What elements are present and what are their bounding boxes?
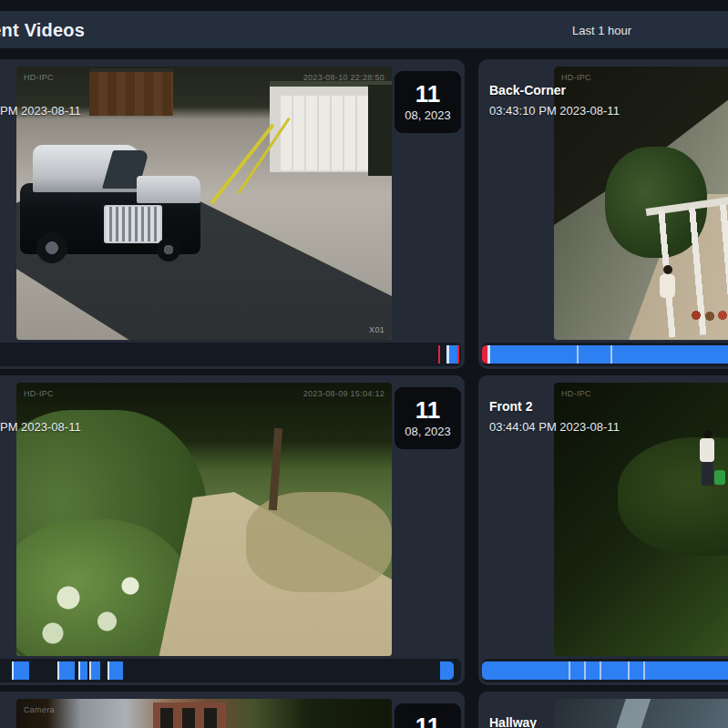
- osd-camera-label: HD-IPC: [561, 73, 591, 82]
- page-canvas: Recent Videos Last 1 hour PM 2023-08-11: [0, 0, 728, 728]
- camera-name: [0, 399, 81, 415]
- flower-pots: [691, 309, 728, 322]
- activity-timeline[interactable]: [482, 343, 728, 366]
- timeline-segment: [80, 661, 87, 680]
- yellow-pole: [210, 123, 275, 204]
- green-bag: [714, 470, 725, 485]
- timeline-segment: [59, 661, 75, 680]
- page-title: Recent Videos: [0, 19, 85, 40]
- date-badge: 11 08, 2023: [395, 71, 461, 133]
- dry-grass: [246, 492, 392, 592]
- date-month-year: 08, 2023: [405, 108, 451, 122]
- video-thumbnail[interactable]: [554, 699, 728, 728]
- osd-channel: X01: [369, 325, 385, 334]
- person-figure: [703, 430, 712, 438]
- video-card[interactable]: PM 2023-08-11: [0, 59, 465, 369]
- card-info: Front 2 03:44:04 PM 2023-08-11: [489, 399, 620, 434]
- timeline-segment: [577, 345, 579, 364]
- timeline-segment: [490, 345, 728, 364]
- osd-datetime: 2023-08-10 22:28:50: [303, 73, 385, 82]
- card-info: PM 2023-08-11: [0, 83, 81, 118]
- camera-timestamp: 03:44:04 PM 2023-08-11: [489, 420, 620, 434]
- timeline-segment: [109, 661, 123, 680]
- osd-datetime: 2023-08-09 15:04:12: [303, 389, 385, 398]
- timeline-segment: [600, 661, 601, 680]
- timeline-segment: [643, 661, 645, 680]
- header-bar: Recent Videos Last 1 hour: [0, 11, 728, 48]
- timeline-segment: [569, 661, 570, 680]
- app-viewport: Recent Videos Last 1 hour PM 2023-08-11: [0, 0, 728, 728]
- card-info: Back-Corner 03:43:10 PM 2023-08-11: [489, 83, 620, 118]
- timeline-segment: [610, 345, 612, 364]
- person-figure: [663, 265, 672, 274]
- activity-timeline[interactable]: [0, 659, 461, 682]
- osd-camera-label: HD-IPC: [24, 389, 54, 398]
- camera-timestamp: 03:43:10 PM 2023-08-11: [489, 104, 620, 118]
- card-info: PM 2023-08-11: [0, 399, 81, 434]
- time-range-filter[interactable]: Last 1 hour: [572, 23, 631, 36]
- camera-name: Back-Corner: [489, 83, 620, 99]
- camera-timestamp: PM 2023-08-11: [0, 104, 81, 118]
- timeline-segment: [449, 345, 457, 364]
- video-card[interactable]: Hallway 11 08, 2023: [478, 692, 728, 728]
- video-thumbnail[interactable]: Camera: [16, 699, 392, 728]
- timeline-segment: [482, 661, 728, 680]
- light-beam: [590, 699, 651, 728]
- timeline-segment: [91, 661, 100, 680]
- video-card[interactable]: PM 2023-08-11 HD-IPC 2023-08-09 15:04:12…: [0, 375, 465, 685]
- osd-camera-label: HD-IPC: [561, 389, 591, 398]
- car-shape: [20, 145, 202, 263]
- card-info: Hallway: [489, 715, 537, 728]
- timeline-segment: [584, 661, 586, 680]
- camera-name: Hallway: [489, 715, 537, 728]
- camera-name: [0, 83, 81, 99]
- date-day: 11: [415, 714, 441, 728]
- video-card-grid: PM 2023-08-11: [0, 59, 728, 728]
- timeline-segment: [628, 661, 630, 680]
- video-card[interactable]: Front 2 03:44:04 PM 2023-08-11 HD-IPC 11: [478, 375, 728, 685]
- osd-camera-label: HD-IPC: [24, 73, 54, 82]
- osd-camera-label: Camera: [24, 705, 55, 714]
- date-badge: 11 08, 2023: [395, 387, 461, 449]
- activity-timeline[interactable]: [482, 659, 728, 682]
- flowers: [22, 550, 177, 656]
- video-card[interactable]: Camera 11 08, 2023: [0, 692, 465, 728]
- date-day: 11: [415, 398, 441, 422]
- camera-timestamp: PM 2023-08-11: [0, 420, 81, 434]
- date-month-year: 08, 2023: [405, 425, 451, 438]
- activity-timeline[interactable]: [0, 343, 461, 366]
- trees: [368, 85, 392, 176]
- date-day: 11: [415, 82, 441, 106]
- timeline-segment: [457, 345, 459, 364]
- garage-door-brown: [89, 68, 173, 116]
- timeline-segment: [14, 661, 29, 680]
- timeline-segment: [440, 661, 454, 680]
- date-badge: 11 08, 2023: [395, 703, 461, 728]
- camera-name: Front 2: [489, 399, 620, 415]
- video-card[interactable]: Back-Corner 03:43:10 PM 2023-08-11 HD-IP…: [478, 59, 728, 369]
- timeline-segment: [438, 345, 440, 364]
